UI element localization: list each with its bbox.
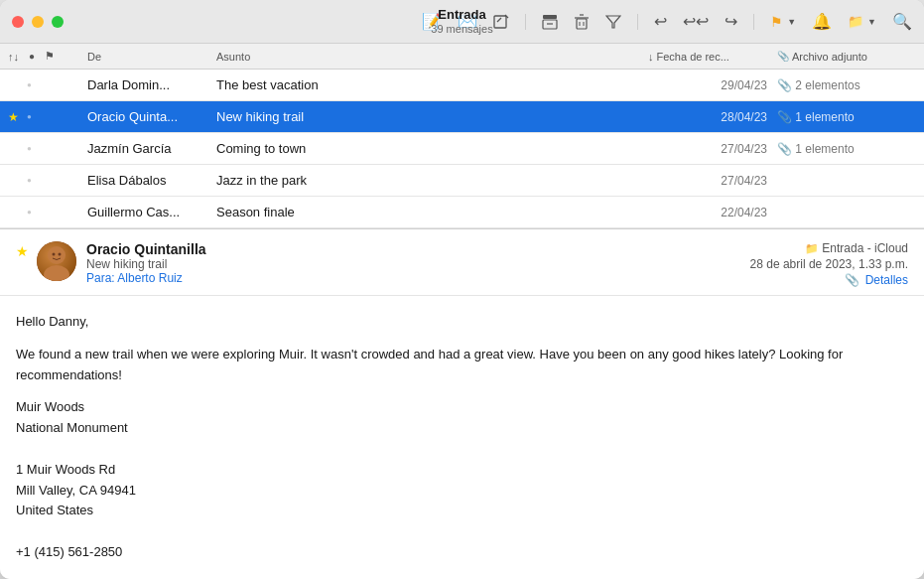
message-to: Para: Alberto Ruiz	[86, 271, 750, 285]
row-icons: ★ ●	[8, 206, 87, 219]
titlebar-center: Entrada 39 mensajes	[431, 7, 492, 36]
email-subject: The best vacation	[216, 77, 648, 92]
reply-icon[interactable]: ↩	[654, 12, 667, 31]
email-from: Guillermo Cas...	[87, 205, 216, 219]
email-date: 22/04/23	[648, 206, 777, 219]
forward-icon[interactable]: ↪	[725, 12, 737, 31]
unread-dot: ●	[27, 176, 32, 185]
place-subtitle: National Monument	[16, 418, 908, 439]
trash-icon[interactable]	[574, 14, 590, 30]
table-row[interactable]: ★ ● Oracio Quinta... New hiking trail 28…	[0, 101, 924, 133]
email-list: ★ ● Darla Domin... The best vacation 29/…	[0, 70, 924, 228]
col-sort-icons: ↑↓ ● ⚑	[8, 50, 87, 63]
address-line1: 1 Muir Woods Rd	[16, 460, 908, 481]
archive-icon[interactable]	[542, 14, 558, 30]
sort-icon[interactable]: ↑↓	[8, 51, 19, 63]
message-header: ★ Oracio Quintanilla	[0, 229, 924, 296]
message-folder: 📁 Entrada - iCloud	[805, 241, 908, 255]
unread-dot: ●	[27, 144, 32, 153]
to-label: Para:	[86, 271, 115, 285]
col-subject-header[interactable]: Asunto	[216, 51, 648, 63]
flag-icon[interactable]: ⚑	[770, 14, 783, 30]
email-subject: New hiking trail	[216, 109, 648, 124]
address-line3: United States	[16, 501, 908, 521]
toolbar: 📝 ✉️	[422, 12, 912, 31]
email-attachment: 📎 2 elementos	[777, 78, 916, 92]
message-preview: ★ Oracio Quintanilla	[0, 228, 924, 579]
flag-group[interactable]: ⚑ ▼	[770, 14, 796, 30]
window-subtitle: 39 mensajes	[431, 23, 492, 36]
email-subject: Jazz in the park	[216, 173, 648, 188]
message-subject: New hiking trail	[86, 257, 750, 271]
close-button[interactable]	[12, 16, 24, 28]
unread-dot: ●	[27, 80, 32, 89]
row-icons: ★ ●	[8, 142, 87, 156]
star-icon[interactable]: ★	[8, 174, 19, 188]
reply-all-icon[interactable]: ↩↩	[683, 12, 709, 31]
sender-avatar	[37, 241, 76, 281]
sender-info: Oracio Quintanilla New hiking trail Para…	[86, 241, 750, 285]
folder-group[interactable]: 📁 ▼	[848, 14, 876, 29]
maximize-button[interactable]	[52, 16, 64, 28]
svg-point-13	[53, 253, 56, 256]
email-attachment: 📎 1 elemento	[777, 142, 916, 156]
email-subject: Coming to town	[216, 141, 648, 156]
table-row[interactable]: ★ ● Elisa Dábalos Jazz in the park 27/04…	[0, 165, 924, 197]
minimize-button[interactable]	[32, 16, 44, 28]
row-icons: ★ ●	[8, 78, 87, 92]
svg-marker-10	[606, 16, 620, 28]
email-from: Jazmín García	[87, 141, 216, 156]
table-row[interactable]: ★ ● Darla Domin... The best vacation 29/…	[0, 70, 924, 101]
filter-icon[interactable]	[605, 14, 621, 30]
row-icons: ★ ●	[8, 110, 87, 124]
message-star-icon[interactable]: ★	[16, 243, 29, 259]
unread-col-icon[interactable]: ●	[29, 51, 35, 62]
flag-chevron-icon[interactable]: ▼	[787, 17, 796, 27]
svg-line-1	[497, 18, 501, 22]
svg-rect-2	[543, 15, 557, 19]
star-icon[interactable]: ★	[8, 142, 19, 156]
window-title: Entrada	[431, 7, 492, 23]
col-attachment-header: 📎 Archivo adjunto	[777, 51, 916, 63]
star-icon[interactable]: ★	[8, 78, 19, 92]
col-from-header[interactable]: De	[87, 51, 216, 63]
col-date-header[interactable]: ↓ Fecha de rec...	[648, 51, 777, 63]
attachment-paperclip-icon: 📎	[845, 273, 859, 287]
email-attachment: 📎 1 elemento	[777, 110, 916, 124]
window-controls	[12, 16, 64, 28]
star-icon[interactable]: ★	[8, 110, 19, 124]
email-date: 29/04/23	[648, 78, 777, 92]
flag-col-icon[interactable]: ⚑	[45, 50, 55, 63]
date-sort-icon: ↓	[648, 51, 654, 63]
titlebar: Entrada 39 mensajes 📝 ✉️	[0, 0, 924, 44]
folder-chevron-icon[interactable]: ▼	[867, 17, 876, 27]
body-greeting: Hello Danny,	[16, 312, 908, 333]
table-row[interactable]: ★ ● Jazmín García Coming to town 27/04/2…	[0, 133, 924, 165]
address-line2: Mill Valley, CA 94941	[16, 481, 908, 502]
message-body: Hello Danny, We found a new trail when w…	[0, 296, 924, 579]
email-from: Elisa Dábalos	[87, 173, 216, 188]
body-paragraph: We found a new trail when we were explor…	[16, 345, 908, 386]
folder-icon-small: 📁	[805, 242, 819, 255]
column-headers: ↑↓ ● ⚑ De Asunto ↓ Fecha de rec... 📎 Arc…	[0, 44, 924, 70]
table-row[interactable]: ★ ● Guillermo Cas... Season finale 22/04…	[0, 197, 924, 228]
email-from: Darla Domin...	[87, 77, 216, 92]
search-icon[interactable]: 🔍	[892, 12, 912, 31]
message-meta: 📁 Entrada - iCloud 28 de abril de 2023, …	[750, 241, 908, 287]
svg-point-12	[44, 265, 69, 281]
email-date: 27/04/23	[648, 142, 777, 156]
star-icon[interactable]: ★	[8, 206, 19, 219]
svg-point-14	[59, 253, 62, 256]
folder-icon[interactable]: 📁	[848, 14, 863, 29]
details-link[interactable]: Detalles	[865, 273, 908, 287]
notification-icon[interactable]: 🔔	[812, 12, 832, 31]
sender-name: Oracio Quintanilla	[86, 241, 750, 257]
unread-dot: ●	[27, 208, 32, 217]
email-subject: Season finale	[216, 205, 648, 219]
unread-dot: ●	[27, 112, 32, 121]
row-icons: ★ ●	[8, 174, 87, 188]
main-content: ↑↓ ● ⚑ De Asunto ↓ Fecha de rec... 📎 Arc…	[0, 44, 924, 579]
email-date: 28/04/23	[648, 110, 777, 124]
compose-icon[interactable]	[493, 14, 509, 30]
svg-point-11	[48, 246, 66, 264]
